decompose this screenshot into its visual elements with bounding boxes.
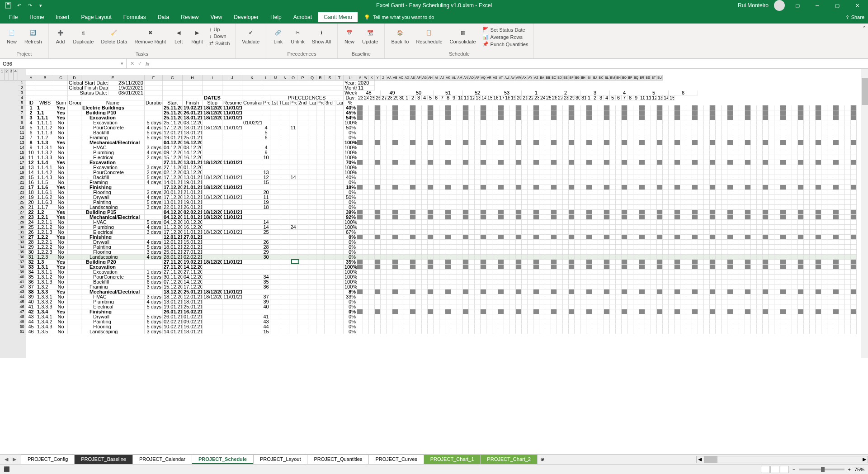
cell[interactable] <box>645 190 651 195</box>
cell[interactable] <box>622 225 627 230</box>
cell[interactable] <box>381 135 387 140</box>
cell[interactable] <box>733 150 739 155</box>
cell[interactable] <box>68 304 81 309</box>
cell[interactable]: 25 <box>262 230 270 235</box>
cell[interactable] <box>533 329 539 334</box>
cell[interactable] <box>716 314 722 319</box>
cell[interactable] <box>463 299 469 304</box>
cell[interactable] <box>833 175 839 180</box>
cell[interactable] <box>398 195 404 200</box>
cell[interactable] <box>551 250 557 255</box>
cell[interactable] <box>439 240 445 245</box>
cell[interactable] <box>316 329 325 334</box>
cell[interactable]: 1.1.3.1 <box>36 145 54 150</box>
cell[interactable] <box>545 260 551 265</box>
cell[interactable] <box>504 329 510 334</box>
cell[interactable] <box>675 240 680 245</box>
cell[interactable] <box>804 175 810 180</box>
cell[interactable]: 5 days <box>145 135 163 140</box>
cell[interactable] <box>222 299 242 304</box>
cell[interactable] <box>763 105 769 110</box>
cell[interactable] <box>557 210 563 215</box>
cell[interactable] <box>663 155 669 160</box>
cell[interactable] <box>563 115 569 120</box>
cell[interactable] <box>657 180 663 185</box>
cell[interactable] <box>242 250 262 255</box>
cell[interactable] <box>510 140 516 145</box>
cell[interactable] <box>692 255 698 260</box>
cell[interactable] <box>270 160 281 165</box>
cell[interactable] <box>769 150 774 155</box>
cell[interactable] <box>804 205 810 210</box>
cell[interactable] <box>410 150 416 155</box>
cell[interactable] <box>434 105 439 110</box>
cell[interactable] <box>669 275 675 280</box>
cell[interactable] <box>504 230 510 235</box>
cell[interactable] <box>533 150 539 155</box>
cell[interactable] <box>262 81 344 85</box>
cell[interactable] <box>422 294 428 299</box>
cell[interactable] <box>203 81 222 85</box>
cell[interactable] <box>457 190 463 195</box>
cell[interactable] <box>316 230 325 235</box>
cell[interactable] <box>516 150 522 155</box>
cell[interactable] <box>845 145 851 150</box>
cell[interactable] <box>242 304 262 309</box>
cell[interactable]: 2020 <box>357 81 375 85</box>
cell[interactable] <box>586 265 592 270</box>
cell[interactable] <box>492 195 498 200</box>
cell[interactable] <box>810 170 816 175</box>
cell[interactable] <box>680 130 686 135</box>
cell[interactable] <box>242 180 262 185</box>
cell[interactable] <box>704 200 710 205</box>
cell[interactable] <box>439 135 445 140</box>
cell[interactable] <box>428 110 434 115</box>
cell[interactable] <box>163 90 183 95</box>
cell[interactable] <box>804 319 810 324</box>
cell[interactable] <box>297 235 308 240</box>
cell[interactable] <box>792 275 798 280</box>
cell[interactable] <box>528 280 533 284</box>
col-header-AT[interactable]: AT <box>498 75 504 81</box>
cell[interactable] <box>422 135 428 140</box>
cell[interactable] <box>445 260 451 265</box>
cell[interactable] <box>633 284 639 289</box>
col-header-AJ[interactable]: AJ <box>439 75 445 81</box>
cell[interactable] <box>680 185 686 190</box>
cell[interactable] <box>522 215 528 220</box>
cell[interactable] <box>716 150 722 155</box>
cell[interactable] <box>586 309 592 314</box>
cell[interactable] <box>504 190 510 195</box>
cell[interactable] <box>522 240 528 245</box>
cell[interactable] <box>839 294 845 299</box>
cell[interactable] <box>539 235 545 240</box>
cell[interactable] <box>522 304 528 309</box>
cell[interactable] <box>451 294 457 299</box>
cell[interactable] <box>242 240 262 245</box>
cell[interactable] <box>663 275 669 280</box>
cell[interactable]: 30 <box>262 255 270 260</box>
cell[interactable] <box>270 115 281 120</box>
cell[interactable] <box>363 235 369 240</box>
cell[interactable] <box>575 250 580 255</box>
cell[interactable] <box>751 255 757 260</box>
cell[interactable]: 18.01.21 <box>183 329 203 334</box>
cell[interactable] <box>745 160 751 165</box>
cell[interactable] <box>669 175 675 180</box>
cell[interactable] <box>733 210 739 215</box>
cell[interactable] <box>557 125 563 130</box>
cell[interactable] <box>622 230 627 235</box>
cell[interactable] <box>827 314 833 319</box>
cell[interactable] <box>780 215 786 220</box>
cell[interactable] <box>387 180 392 185</box>
cell[interactable] <box>586 125 592 130</box>
cell[interactable] <box>716 255 722 260</box>
cell[interactable] <box>633 200 639 205</box>
row-header-18[interactable]: 18 <box>18 165 26 170</box>
cell[interactable]: 19.01.21 <box>183 180 203 185</box>
cell[interactable] <box>645 195 651 200</box>
cell[interactable] <box>369 304 375 309</box>
cell[interactable] <box>145 90 163 95</box>
cell[interactable] <box>545 265 551 270</box>
cell[interactable]: No <box>54 280 68 284</box>
